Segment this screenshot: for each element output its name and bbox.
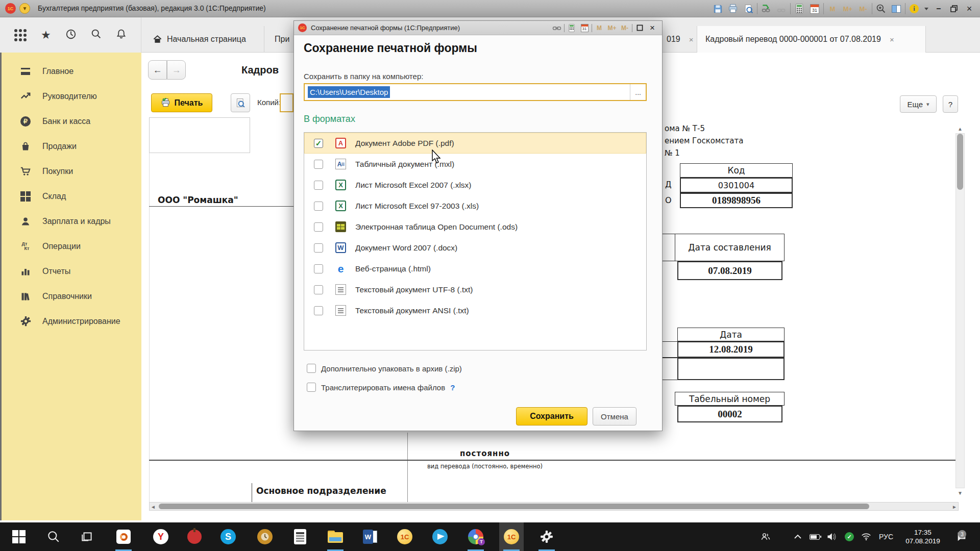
split-view-icon[interactable] <box>890 3 903 15</box>
calculator-icon[interactable] <box>793 3 806 15</box>
taskbar-word-icon[interactable]: W <box>358 522 382 551</box>
restore-button[interactable] <box>947 3 961 15</box>
history-icon[interactable] <box>65 29 77 42</box>
sidebar-item-bank-kassa[interactable]: ₽ Банк и касса <box>2 109 143 134</box>
taskbar-search-icon[interactable] <box>41 522 66 551</box>
print-preview-icon[interactable] <box>742 3 755 15</box>
horizontal-scrollbar-thumb[interactable] <box>159 504 869 509</box>
taskbar-red-app-icon[interactable] <box>182 522 207 551</box>
preview-button[interactable] <box>231 93 250 112</box>
checkbox[interactable] <box>307 383 316 392</box>
format-row-mxl[interactable]: Табличный документ (.mxl) <box>304 154 646 174</box>
tab-kadroviy-perevod[interactable]: Кадровый перевод 0000-000001 от 07.08.20… <box>697 26 926 53</box>
memory-minus-button[interactable]: M- <box>856 3 870 15</box>
sidebar-item-zarplata-kadry[interactable]: Зарплата и кадры <box>2 209 143 234</box>
calculator-icon[interactable] <box>566 23 577 33</box>
checkbox[interactable] <box>314 306 323 315</box>
checkbox[interactable] <box>307 364 316 373</box>
main-menu-dropdown[interactable]: ▼ <box>19 3 30 14</box>
info-icon[interactable]: i <box>908 3 921 15</box>
format-row-xls[interactable]: Лист Microsoft Excel 97-2003 (.xls) <box>304 195 646 216</box>
memory-recall-button[interactable]: M <box>826 3 839 15</box>
save-icon[interactable] <box>711 3 724 15</box>
browse-button[interactable]: ... <box>630 84 646 100</box>
scroll-left-icon[interactable]: ◄ <box>151 504 156 510</box>
format-row-pdf[interactable]: ✓ Документ Adobe PDF (.pdf) <box>304 133 646 154</box>
horizontal-scrollbar[interactable]: ◄ ► <box>149 502 959 511</box>
tray-people-icon[interactable] <box>760 522 772 551</box>
tray-language[interactable]: РУС <box>876 522 896 551</box>
checkbox[interactable] <box>314 160 323 169</box>
sidebar-item-pokupki[interactable]: Покупки <box>2 159 143 184</box>
favorites-star-icon[interactable]: ★ <box>41 29 51 42</box>
tab-home[interactable]: Начальная страница <box>144 26 254 53</box>
taskbar-clock-app-icon[interactable] <box>253 522 277 551</box>
sidebar-item-administrirovanie[interactable]: Администрирование <box>2 309 143 334</box>
tab-partial-right[interactable]: 019 × <box>663 26 697 53</box>
taskbar-1c-icon[interactable]: 1С <box>393 522 417 551</box>
search-icon[interactable] <box>91 29 102 41</box>
sidebar-item-glavnoe[interactable]: Главное <box>2 59 143 84</box>
transliterate-option[interactable]: Транслитерировать имена файлов ? <box>307 383 455 392</box>
taskbar-skype-icon[interactable]: S <box>216 522 240 551</box>
sidebar-item-rukovoditelyu[interactable]: Руководителю <box>2 84 143 109</box>
vertical-scrollbar[interactable] <box>955 133 965 488</box>
memory-recall-button[interactable]: M <box>594 23 605 33</box>
print-icon[interactable] <box>726 3 740 15</box>
forward-button[interactable]: → <box>167 60 186 80</box>
memory-plus-button[interactable]: M+ <box>841 3 854 15</box>
tray-battery-icon[interactable] <box>808 522 821 551</box>
calendar-icon[interactable]: 31 <box>808 3 821 15</box>
close-window-button[interactable]: × <box>963 3 976 15</box>
notification-center-icon[interactable]: 3 <box>950 522 973 551</box>
task-view-icon[interactable] <box>75 522 100 551</box>
format-row-html[interactable]: Веб-страница (.html) <box>304 258 646 279</box>
print-button[interactable]: Печать <box>151 93 212 112</box>
scroll-up-icon[interactable]: ▲ <box>955 124 965 133</box>
format-row-txt-utf8[interactable]: Текстовый документ UTF-8 (.txt) <box>304 279 646 300</box>
format-row-xlsx[interactable]: Лист Microsoft Excel 2007 (.xlsx) <box>304 174 646 195</box>
save-button[interactable]: Сохранить <box>516 407 587 425</box>
taskbar-settings-icon[interactable] <box>534 522 559 551</box>
checkbox[interactable] <box>314 202 323 211</box>
help-button[interactable]: ? <box>943 95 958 113</box>
format-row-docx[interactable]: Документ Word 2007 (.docx) <box>304 237 646 258</box>
checkbox[interactable] <box>314 264 323 273</box>
taskbar-calculator-icon[interactable] <box>288 522 312 551</box>
zoom-icon[interactable] <box>874 3 888 15</box>
help-link[interactable]: ? <box>450 383 455 392</box>
sidebar-item-prodazhi[interactable]: Продажи <box>2 134 143 159</box>
maximize-dialog-button[interactable] <box>634 23 645 33</box>
format-row-txt-ansi[interactable]: Текстовый документ ANSI (.txt) <box>304 300 646 321</box>
zip-option[interactable]: Дополнительно упаковать в архив (.zip) <box>307 364 462 373</box>
tray-antivirus-icon[interactable]: ✓ <box>843 522 856 551</box>
taskbar-telegram-icon[interactable] <box>428 522 452 551</box>
sidebar-item-operacii[interactable]: Дт Кт Операции <box>2 234 143 259</box>
checkbox[interactable] <box>314 222 323 232</box>
memory-plus-button[interactable]: M+ <box>606 23 618 33</box>
taskbar-chrome-icon[interactable]: T <box>463 522 488 551</box>
tray-chevron-up-icon[interactable] <box>792 522 803 551</box>
export-link-icon[interactable] <box>760 3 773 15</box>
tray-clock[interactable]: 17:35 07.08.2019 <box>899 522 946 551</box>
cancel-button[interactable]: Отмена <box>593 407 636 425</box>
format-row-ods[interactable]: Электронная таблица Open Document (.ods) <box>304 216 646 237</box>
taskbar-explorer-icon[interactable] <box>323 522 348 551</box>
1c-app-icon[interactable]: 1С <box>5 3 16 14</box>
checkbox[interactable] <box>314 181 323 190</box>
close-dialog-button[interactable]: × <box>647 23 658 33</box>
tray-volume-icon[interactable] <box>825 522 838 551</box>
scroll-right-icon[interactable]: ► <box>952 504 957 510</box>
tab-close-icon[interactable]: × <box>689 35 694 44</box>
notifications-bell-icon[interactable] <box>116 29 127 41</box>
checkbox[interactable] <box>314 243 323 253</box>
all-sections-icon[interactable] <box>14 29 27 41</box>
taskbar-powerpoint-icon[interactable] <box>111 522 136 551</box>
scroll-down-icon[interactable]: ▼ <box>955 488 965 497</box>
copies-input[interactable] <box>280 93 293 112</box>
start-button[interactable] <box>7 522 31 551</box>
vertical-scrollbar-thumb[interactable] <box>957 134 963 190</box>
more-button[interactable]: Еще ▾ <box>900 95 937 113</box>
folder-input[interactable]: C:\Users\User\Desktop ... <box>304 83 647 101</box>
minimize-button[interactable]: – <box>932 3 945 15</box>
